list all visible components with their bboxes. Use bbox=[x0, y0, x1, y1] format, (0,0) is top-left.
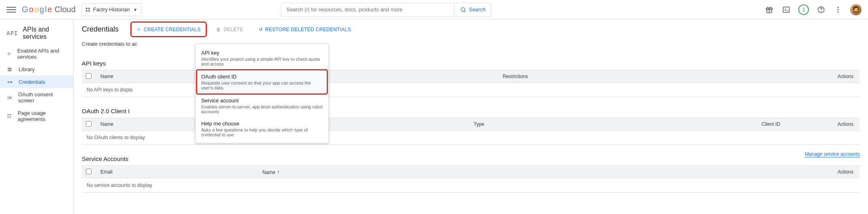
diamond-icon: ✧ bbox=[6, 51, 12, 57]
create-credentials-button[interactable]: ＋ CREATE CREDENTIALS bbox=[132, 23, 205, 35]
main-content: Credentials ＋ CREATE CREDENTIALS 🗑 DELET… bbox=[74, 19, 868, 214]
svg-point-11 bbox=[837, 11, 838, 13]
select-all-api-keys[interactable] bbox=[86, 73, 91, 79]
notifications-counter[interactable]: 1 bbox=[798, 4, 809, 15]
svg-point-0 bbox=[461, 7, 465, 11]
svc-empty: No service accounts to display bbox=[82, 178, 860, 193]
col-actions: Actions bbox=[832, 121, 856, 127]
col-email[interactable]: Email bbox=[98, 169, 260, 175]
menu-item-oauth-client-id[interactable]: OAuth client ID Requests user consent so… bbox=[197, 70, 327, 93]
library-icon: 𝌆 bbox=[6, 66, 13, 72]
gift-icon[interactable] bbox=[764, 5, 774, 15]
menu-item-service-account[interactable]: Service account Enables server-to-server… bbox=[196, 94, 328, 117]
sidebar-item-library[interactable]: 𝌆 Library bbox=[0, 63, 73, 76]
svg-point-9 bbox=[837, 6, 838, 8]
create-credentials-menu: API key Identifies your project using a … bbox=[195, 44, 329, 143]
project-picker[interactable]: Factry Historian ▼ bbox=[81, 3, 142, 16]
project-name: Factry Historian bbox=[93, 6, 130, 13]
google-cloud-logo[interactable]: Google Cloud bbox=[22, 5, 76, 14]
key-icon: ⊶ bbox=[6, 79, 13, 85]
menu-item-help-me-choose[interactable]: Help me choose Asks a few questions to h… bbox=[196, 117, 328, 140]
section-title-svc: Service Accounts bbox=[82, 155, 860, 162]
agreement-icon: ☶ bbox=[6, 113, 12, 119]
col-name[interactable]: Name bbox=[98, 74, 199, 79]
app-header: Google Cloud Factry Historian ▼ Search 1… bbox=[0, 0, 868, 19]
sidebar-item-enabled-apis[interactable]: ✧ Enabled APIs and services bbox=[0, 44, 73, 63]
sidebar-item-oauth-consent[interactable]: ⁞≡ OAuth consent screen bbox=[0, 88, 73, 107]
section-oauth-clients: OAuth 2.0 Client I Name Creation date↓ T… bbox=[74, 100, 868, 148]
plus-icon: ＋ bbox=[136, 26, 141, 33]
search-bar: Search bbox=[281, 3, 491, 17]
project-icon bbox=[86, 8, 90, 12]
select-all-oauth[interactable] bbox=[86, 121, 91, 127]
help-icon[interactable] bbox=[816, 5, 826, 15]
delete-button[interactable]: 🗑 DELETE bbox=[212, 24, 247, 35]
section-api-keys: API keys Name Restrictions Actions No AP… bbox=[74, 53, 868, 100]
trash-icon: 🗑 bbox=[216, 27, 221, 32]
search-button[interactable]: Search bbox=[454, 3, 491, 16]
col-actions: Actions bbox=[832, 169, 856, 175]
restore-deleted-button[interactable]: ↺ RESTORE DELETED CREDENTIALS bbox=[255, 24, 355, 35]
more-vert-icon[interactable] bbox=[833, 5, 843, 15]
sidebar-item-page-usage[interactable]: ☶ Page usage agreements bbox=[0, 107, 73, 125]
col-actions: Actions bbox=[832, 74, 856, 79]
menu-item-api-key[interactable]: API key Identifies your project using a … bbox=[196, 47, 328, 70]
col-name[interactable]: Name↑ bbox=[260, 169, 308, 175]
manage-service-accounts-link[interactable]: Manage service accounts bbox=[805, 151, 860, 157]
svg-point-10 bbox=[837, 9, 838, 10]
page-title: Credentials bbox=[82, 25, 119, 34]
header-actions: 1 🧔 bbox=[764, 4, 862, 15]
table-header-svc: Email Name↑ Actions bbox=[82, 165, 860, 178]
svg-point-8 bbox=[821, 11, 821, 11]
svg-line-1 bbox=[464, 11, 466, 12]
sidebar-item-credentials[interactable]: ⊶ Credentials bbox=[0, 76, 73, 88]
cloud-shell-icon[interactable] bbox=[781, 5, 791, 15]
page-description: Create credentials to ac bbox=[74, 39, 868, 53]
col-client-id[interactable]: Client ID bbox=[710, 121, 832, 127]
sidebar-title[interactable]: API APIs and services bbox=[0, 22, 73, 44]
sidebar: API APIs and services ✧ Enabled APIs and… bbox=[0, 19, 74, 214]
hamburger-icon[interactable] bbox=[6, 5, 16, 15]
select-all-svc[interactable] bbox=[86, 169, 91, 174]
col-name[interactable]: Name bbox=[98, 121, 199, 127]
undo-icon: ↺ bbox=[259, 27, 263, 32]
section-service-accounts: Manage service accounts Service Accounts… bbox=[74, 148, 868, 196]
caret-down-icon: ▼ bbox=[133, 7, 138, 12]
api-icon: API bbox=[6, 30, 18, 36]
search-input[interactable] bbox=[281, 6, 454, 13]
page-toolbar: Credentials ＋ CREATE CREDENTIALS 🗑 DELET… bbox=[74, 19, 868, 39]
sort-asc-icon: ↑ bbox=[277, 169, 280, 175]
user-avatar[interactable]: 🧔 bbox=[850, 4, 862, 15]
consent-icon: ⁞≡ bbox=[6, 95, 13, 101]
search-icon bbox=[460, 6, 466, 13]
